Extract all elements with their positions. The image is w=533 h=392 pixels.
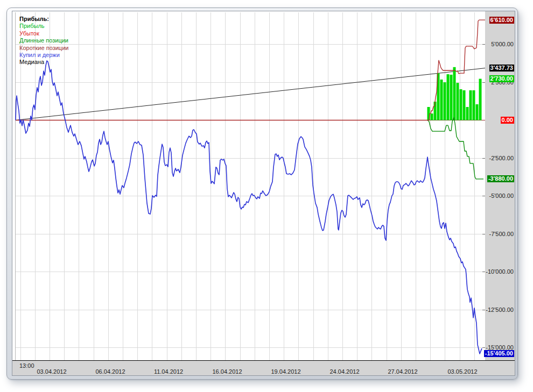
right-axis-badge: -3'880.00: [487, 175, 514, 182]
right-axis-label: 5'000.00: [491, 41, 514, 48]
x-axis-date-label: 24.04.2012: [329, 368, 359, 375]
legend-item-buy-and-hold: Купил и держи: [19, 52, 68, 59]
x-axis-date-label: 19.04.2012: [271, 368, 300, 375]
profit-bar: [476, 104, 479, 120]
right-axis-badge: 2'730.00: [489, 75, 514, 82]
short-positions-line: [16, 20, 485, 120]
chart-window: 5'000.002'500.00-2'500.00-5'000.00-7'500…: [6, 8, 518, 380]
right-axis-badge: 0.00: [501, 117, 514, 124]
legend: Прибыль: Прибыль Убыток Длинные позиции …: [19, 16, 68, 66]
legend-item-short-positions: Короткие позиции: [19, 45, 68, 52]
profit-bar: [469, 90, 472, 120]
profit-bar: [466, 107, 469, 120]
right-axis: 5'000.002'500.00-2'500.00-5'000.00-7'500…: [485, 11, 515, 360]
median-line: [16, 68, 485, 120]
x-axis-date-label: 03.04.2012: [37, 368, 66, 375]
chart-content: 5'000.002'500.00-2'500.00-5'000.00-7'500…: [12, 11, 515, 376]
right-axis-label: -12'500.00: [486, 307, 514, 313]
long-positions-line: [427, 117, 483, 179]
profit-bar: [431, 113, 433, 120]
profit-bar: [479, 79, 482, 120]
right-axis-label: -5'000.00: [489, 193, 514, 199]
profit-bar: [473, 90, 475, 120]
x-axis-date-label: 03.05.2012: [447, 368, 477, 375]
right-axis-badge: -15'405.00: [484, 350, 514, 357]
right-axis-label: -7'500.00: [489, 231, 514, 238]
x-axis-date-label: 11.04.2012: [154, 368, 183, 375]
profit-bar: [447, 74, 450, 120]
profit-bar: [463, 90, 466, 120]
legend-item-loss: Убыток: [19, 30, 68, 37]
legend-item-median: Медиана: [19, 59, 68, 66]
x-axis: 13:00 03.04.201206.04.201211.04.201216.0…: [12, 360, 515, 376]
profit-bar: [444, 82, 446, 120]
profit-bar: [453, 67, 456, 120]
x-axis-date-label: 16.04.2012: [212, 368, 242, 375]
equity-chart-plot[interactable]: [12, 11, 515, 375]
profit-bar: [440, 80, 443, 120]
profit-bar: [450, 75, 453, 120]
legend-item-profit: Прибыль: [19, 23, 68, 30]
x-axis-date-label: 27.04.2012: [388, 368, 417, 375]
right-axis-label: -2'500.00: [489, 155, 514, 162]
x-axis-date-label: 06.04.2012: [95, 368, 125, 375]
profit-bar: [457, 83, 459, 120]
legend-title: Прибыль:: [19, 16, 68, 23]
x-axis-time-label: 13:00: [19, 362, 34, 369]
right-axis-label: -10'000.00: [486, 268, 514, 275]
right-axis-badge: 6'610.00: [489, 17, 514, 24]
right-axis-badge: 3'437.73: [489, 65, 514, 72]
profit-bar: [460, 89, 462, 120]
legend-item-long-positions: Длинные позиции: [19, 37, 68, 44]
